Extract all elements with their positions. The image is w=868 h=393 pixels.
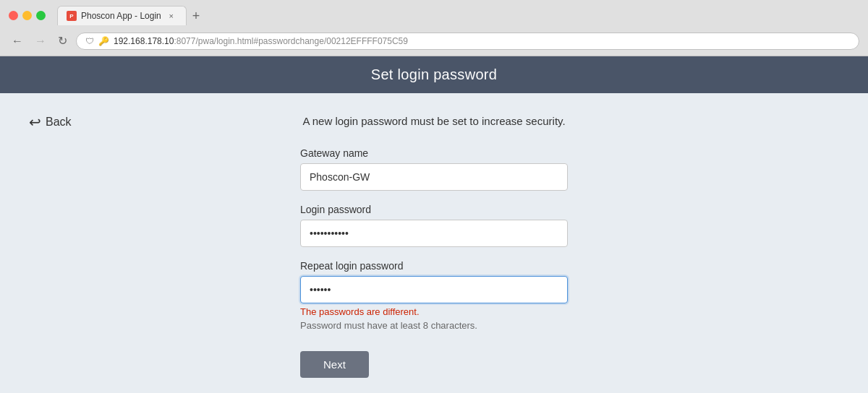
minimize-window-button[interactable]: [22, 11, 32, 20]
close-window-button[interactable]: [9, 11, 18, 20]
address-rest: :8077/pwa/login.html#passwordchange/0021…: [174, 36, 408, 46]
app-header: Set login password: [0, 56, 868, 93]
login-password-group: Login password: [300, 204, 568, 247]
next-button[interactable]: Next: [300, 351, 369, 378]
security-shield-icon: 🛡: [85, 36, 94, 46]
window-controls: [9, 11, 46, 20]
login-password-label: Login password: [300, 204, 568, 215]
tab-close-button[interactable]: ×: [166, 10, 177, 22]
tab-bar: P Phoscon App - Login × +: [57, 6, 205, 25]
address-bar-row: ← → ↻ 🛡 🔑 192.168.178.10:8077/pwa/login.…: [0, 30, 868, 56]
address-text: 192.168.178.10:8077/pwa/login.html#passw…: [114, 36, 408, 46]
back-arrow-icon: ↩: [29, 115, 41, 129]
key-icon: 🔑: [98, 36, 109, 46]
address-host: 192.168.178.10: [114, 36, 174, 46]
repeat-password-input[interactable]: [300, 276, 568, 303]
tab-favicon-icon: P: [67, 11, 77, 21]
gateway-name-label: Gateway name: [300, 147, 568, 159]
back-label: Back: [46, 116, 72, 129]
page-content: ↩ Back A new login password must be set …: [0, 93, 868, 393]
tab-title: Phoscon App - Login: [81, 11, 161, 21]
repeat-password-group: Repeat login password The passwords are …: [300, 260, 568, 331]
address-bar[interactable]: 🛡 🔑 192.168.178.10:8077/pwa/login.html#p…: [76, 33, 859, 50]
back-nav-button[interactable]: ←: [9, 34, 26, 48]
login-password-input[interactable]: [300, 220, 568, 247]
form-area: A new login password must be set to incr…: [29, 115, 839, 378]
gateway-name-group: Gateway name: [300, 147, 568, 191]
hint-message: Password must have at least 8 characters…: [300, 320, 568, 331]
active-tab[interactable]: P Phoscon App - Login ×: [57, 6, 187, 25]
subtitle-text: A new login password must be set to incr…: [302, 115, 565, 127]
new-tab-button[interactable]: +: [187, 9, 206, 22]
next-button-container: Next: [300, 344, 568, 378]
error-message: The passwords are different.: [300, 306, 568, 317]
back-link[interactable]: ↩ Back: [29, 115, 72, 129]
gateway-name-input[interactable]: [300, 163, 568, 191]
repeat-password-label: Repeat login password: [300, 260, 568, 272]
forward-nav-button: →: [32, 34, 49, 48]
browser-chrome: P Phoscon App - Login × + ← → ↻ 🛡 🔑 192.…: [0, 0, 868, 56]
reload-button[interactable]: ↻: [55, 34, 70, 48]
maximize-window-button[interactable]: [36, 11, 46, 20]
app-header-title: Set login password: [371, 66, 497, 82]
